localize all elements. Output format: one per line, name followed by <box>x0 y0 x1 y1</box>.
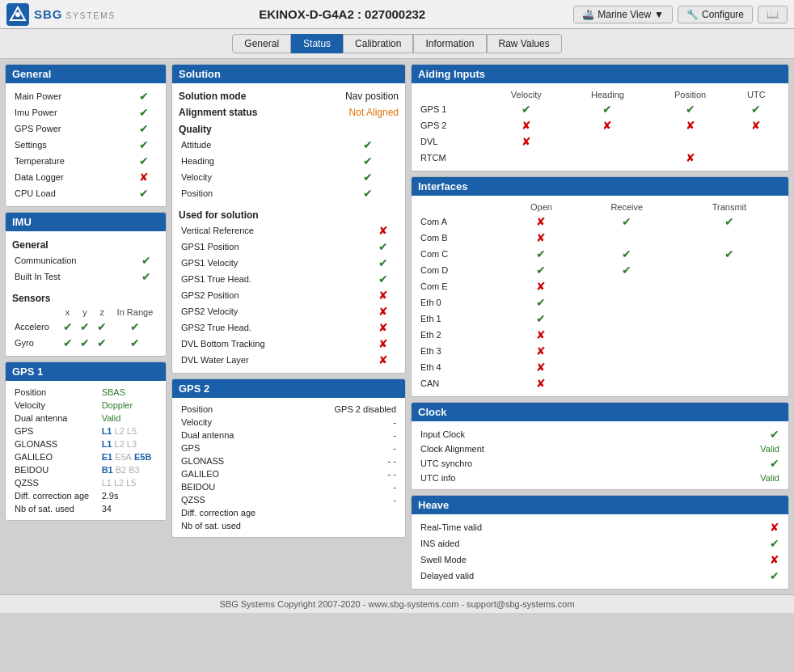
gps-value: E1 E5A E5B <box>99 450 159 463</box>
clock-panel: Clock Input Clock✔Clock AlignmentValidUT… <box>411 402 789 490</box>
clock-label: UTC info <box>418 471 687 484</box>
tab-information[interactable]: Information <box>413 34 486 53</box>
used-label: GPS2 Velocity <box>179 303 368 319</box>
gps-tag: E1 <box>102 452 112 462</box>
gps-value: 2.9s <box>99 489 159 502</box>
z-col: z <box>94 306 111 319</box>
iface-transmit <box>677 278 782 294</box>
clock-body: Input Clock✔Clock AlignmentValidUTC sync… <box>412 421 788 489</box>
gps-tag: L2 L3 <box>112 439 137 449</box>
wrench-icon: 🔧 <box>686 9 699 20</box>
gps-tag: E5A <box>112 452 132 462</box>
tab-calibration[interactable]: Calibration <box>343 34 413 53</box>
range-col: In Range <box>111 306 159 319</box>
gps2-value: - - <box>298 454 399 467</box>
iface-label: Com D <box>418 262 505 278</box>
gps2-label: Nb of sat. used <box>179 519 298 532</box>
heave-label: Delayed valid <box>418 568 716 584</box>
book-button[interactable]: 📖 <box>758 6 788 23</box>
imu-general-label: General <box>12 236 159 252</box>
transmit-col: Transmit <box>677 201 782 213</box>
quality-label: Velocity <box>179 169 338 185</box>
table-row: QZSSL1 L2 L5 <box>12 476 159 489</box>
quality-label: Position <box>179 185 338 201</box>
table-row: Vertical Reference✘ <box>179 222 399 239</box>
tab-general[interactable]: General <box>232 34 291 53</box>
iface-transmit <box>677 294 782 311</box>
gps-tag: L2 L5 <box>112 426 137 436</box>
utc-col: UTC <box>731 88 782 101</box>
table-row: Velocity- <box>179 416 399 429</box>
aiding-utc <box>731 133 782 150</box>
open-col: Open <box>505 201 577 213</box>
table-row: RTCM ✘ <box>418 150 782 166</box>
heave-label: INS aided <box>418 535 716 552</box>
iface-label: Eth 0 <box>418 294 505 311</box>
gps-label: GPS <box>12 425 99 437</box>
sensor-x: ✔ <box>59 319 76 335</box>
heave-panel: Heave Real-Time valid✘INS aided✔Swell Mo… <box>411 495 789 590</box>
table-row: INS aided✔ <box>418 535 782 552</box>
gps-label: Position <box>12 386 99 399</box>
iface-open: ✔ <box>505 311 577 327</box>
aiding-heading: ✘ <box>565 117 649 133</box>
table-row: DVL ✘ <box>418 133 782 150</box>
table-row: Com A ✘ ✔ ✔ <box>418 213 782 230</box>
imu-body: General Communication ✔ Built In Test ✔ … <box>6 231 166 356</box>
gps2-label: Diff. correction age <box>179 506 298 519</box>
table-row: Dual antenna- <box>179 429 399 442</box>
quality-label: Quality <box>179 120 399 137</box>
iface-transmit <box>677 262 782 278</box>
iface-receive <box>577 359 677 375</box>
table-row: Heading✔ <box>179 153 399 169</box>
table-row: Diff. correction age <box>179 506 399 519</box>
tab-status[interactable]: Status <box>291 34 343 53</box>
tab-raw-values[interactable]: Raw Values <box>487 34 562 53</box>
heave-status: ✘ <box>716 552 782 568</box>
table-row: Settings✔ <box>12 137 159 153</box>
boat-icon: 🚢 <box>582 9 594 20</box>
iface-label: Eth 2 <box>418 327 505 343</box>
top-bar: SBG SYSTEMS EKINOX-D-G4A2 : 027000232 🚢 … <box>0 0 794 29</box>
heave-table: Real-Time valid✘INS aided✔Swell Mode✘Del… <box>418 519 782 584</box>
velocity-col: Velocity <box>487 88 565 101</box>
iface-open: ✘ <box>505 343 577 359</box>
iface-receive <box>577 278 677 294</box>
marine-view-button[interactable]: 🚢 Marine View ▼ <box>573 6 673 23</box>
table-row: GPS1 Velocity✔ <box>179 255 399 271</box>
table-row: GLONASSL1 L2 L3 <box>12 437 159 450</box>
solution-body: Solution mode Nav position Alignment sta… <box>172 83 405 373</box>
aiding-utc: ✘ <box>731 117 782 133</box>
sensors-table: x y z In Range Accelero✔✔✔✔Gyro✔✔✔✔ <box>12 306 159 351</box>
table-row: GALILEOE1 E5A E5B <box>12 450 159 463</box>
iface-label: Eth 3 <box>418 343 505 359</box>
row-status: ✔ <box>129 185 159 201</box>
iface-label: Com B <box>418 230 505 246</box>
table-row: GPS- <box>179 442 399 454</box>
gps1-header: GPS 1 <box>6 362 166 381</box>
iface-transmit <box>677 359 782 375</box>
gps2-table: PositionGPS 2 disabledVelocity-Dual ante… <box>179 403 399 532</box>
svg-point-1 <box>15 12 20 17</box>
sensors-header-row: x y z In Range <box>12 306 159 319</box>
iface-receive <box>577 327 677 343</box>
solution-header: Solution <box>172 65 405 83</box>
imu-header: IMU <box>6 213 166 231</box>
gps2-value: - <box>298 429 399 442</box>
table-row: BEIDOUB1 B2 B3 <box>12 463 159 476</box>
quality-status: ✔ <box>338 153 399 169</box>
gps-label: BEIDOU <box>12 463 99 476</box>
receive-col: Receive <box>577 201 677 213</box>
sensor-range: ✔ <box>111 335 159 351</box>
iface-receive: ✔ <box>577 213 677 230</box>
configure-button[interactable]: 🔧 Configure <box>678 6 753 23</box>
quality-label: Attitude <box>179 137 338 153</box>
iface-receive <box>577 375 677 391</box>
used-status: ✔ <box>368 239 399 255</box>
align-row: Alignment status Not Aligned <box>179 104 399 120</box>
left-column: General Main Power✔Imu Power✔GPS Power✔S… <box>5 64 167 590</box>
footer-text: SBG Systems Copyright 2007-2020 - www.sb… <box>219 599 574 609</box>
row-label: Temperature <box>12 153 129 169</box>
aiding-header: Aiding Inputs <box>412 65 788 83</box>
gps-label: GLONASS <box>12 437 99 450</box>
